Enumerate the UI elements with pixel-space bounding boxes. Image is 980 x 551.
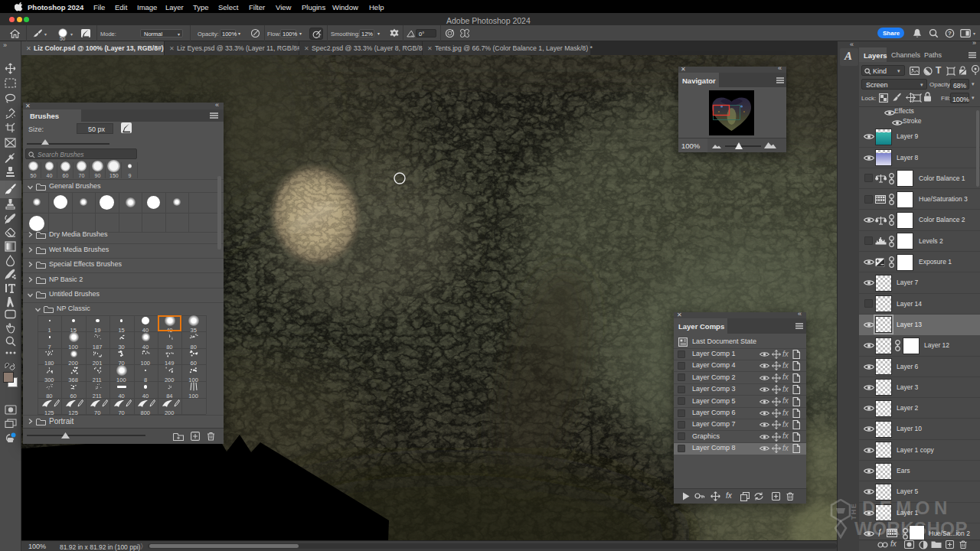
svg-text:?: ? [948, 30, 952, 37]
